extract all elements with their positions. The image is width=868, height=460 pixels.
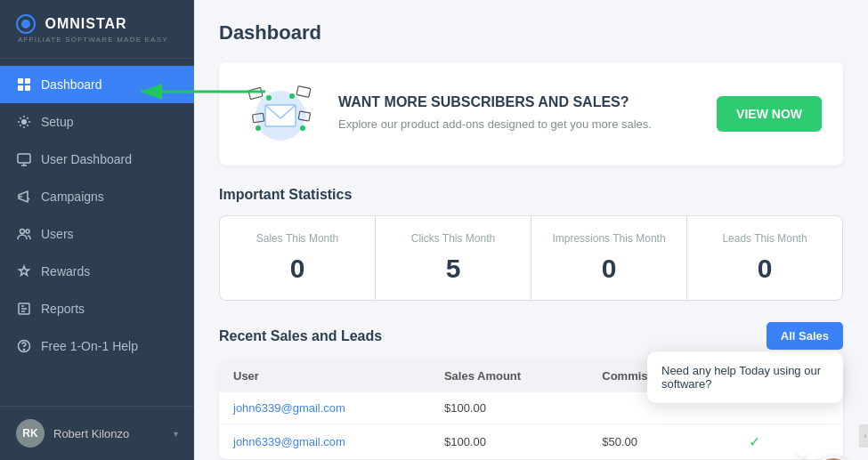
sidebar-item-label: Free 1-On-1 Help bbox=[41, 339, 138, 353]
sidebar-item-label: Campaigns bbox=[41, 190, 104, 204]
svg-point-12 bbox=[23, 349, 24, 350]
sidebar: OMNISTAR AFFILIATE SOFTWARE MADE EASY Da… bbox=[0, 0, 194, 460]
svg-point-22 bbox=[289, 93, 295, 99]
tooltip-text: Need any help Today using our software? bbox=[661, 364, 821, 391]
row-commission: $50.00 bbox=[588, 424, 734, 460]
row-sales-amount: $100.00 bbox=[430, 424, 588, 460]
main-content: Dashboard WANT MORE SUBSC bbox=[194, 0, 868, 460]
setup-icon bbox=[16, 114, 32, 130]
stat-clicks: Clicks This Month 5 bbox=[376, 216, 531, 300]
sidebar-item-campaigns[interactable]: Campaigns bbox=[0, 178, 194, 215]
svg-rect-4 bbox=[18, 85, 23, 91]
col-sales-amount: Sales Amount bbox=[430, 360, 588, 392]
banner-illustration bbox=[240, 78, 320, 149]
table-row: john6339@gmail.com $100.00 $50.00 ✓ bbox=[219, 424, 843, 460]
stats-grid: Sales This Month 0 Clicks This Month 5 I… bbox=[219, 215, 843, 301]
stat-leads: Leads This Month 0 bbox=[687, 216, 842, 300]
logo-icon bbox=[16, 14, 36, 34]
campaigns-icon bbox=[16, 189, 32, 205]
sidebar-item-reports[interactable]: Reports bbox=[0, 290, 194, 327]
reports-icon bbox=[16, 301, 32, 317]
dashboard-icon bbox=[16, 77, 32, 93]
stat-sales-label: Sales This Month bbox=[234, 232, 361, 245]
sidebar-item-label: Reports bbox=[41, 302, 85, 316]
col-user: User bbox=[219, 360, 430, 392]
svg-point-9 bbox=[26, 230, 29, 233]
stat-clicks-label: Clicks This Month bbox=[390, 232, 516, 245]
banner-description: Explore our product add-ons designed to … bbox=[338, 116, 699, 133]
row-sales-amount: $100.00 bbox=[430, 392, 588, 424]
sidebar-item-users[interactable]: Users bbox=[0, 215, 194, 253]
svg-rect-2 bbox=[18, 78, 23, 84]
sidebar-item-rewards[interactable]: Rewards bbox=[0, 253, 194, 290]
stat-sales: Sales This Month 0 bbox=[220, 216, 375, 300]
sidebar-item-dashboard[interactable]: Dashboard bbox=[0, 66, 194, 103]
stat-impressions-value: 0 bbox=[546, 254, 672, 284]
recent-sales-header: Recent Sales and Leads All Sales bbox=[219, 322, 843, 350]
sidebar-item-label: Dashboard bbox=[41, 77, 102, 92]
users-icon bbox=[16, 226, 32, 242]
stats-section-title: Important Statistics bbox=[219, 187, 843, 203]
stat-clicks-value: 5 bbox=[390, 254, 516, 284]
svg-point-6 bbox=[21, 119, 27, 125]
sidebar-nav: Dashboard Setup User Dashboard Campaigns bbox=[0, 59, 194, 406]
svg-rect-5 bbox=[25, 85, 30, 91]
svg-rect-18 bbox=[296, 86, 311, 98]
sidebar-footer[interactable]: RK Robert Kilonzo ▾ bbox=[0, 406, 194, 460]
sidebar-item-user-dashboard[interactable]: User Dashboard bbox=[0, 141, 194, 178]
recent-sales-title: Recent Sales and Leads bbox=[219, 328, 382, 344]
banner-text: WANT MORE SUBSCRIBERS AND SALES? Explore… bbox=[338, 94, 699, 133]
sidebar-item-label: Rewards bbox=[41, 264, 90, 278]
user-link[interactable]: john6339@gmail.com bbox=[233, 401, 345, 415]
svg-rect-7 bbox=[18, 154, 30, 163]
svg-point-1 bbox=[21, 20, 30, 28]
sidebar-item-help[interactable]: Free 1-On-1 Help bbox=[0, 327, 194, 365]
stat-impressions-label: Impressions This Month bbox=[546, 232, 672, 245]
stat-leads-value: 0 bbox=[702, 254, 828, 284]
view-now-button[interactable]: VIEW NOW bbox=[717, 96, 822, 132]
stat-sales-value: 0 bbox=[234, 254, 361, 284]
logo-name: OMNISTAR bbox=[45, 16, 126, 31]
tooltip-arrow bbox=[795, 451, 809, 458]
sidebar-item-label: Setup bbox=[41, 115, 74, 129]
help-icon bbox=[16, 338, 32, 354]
page-title: Dashboard bbox=[219, 21, 843, 44]
chevron-down-icon: ▾ bbox=[174, 429, 178, 439]
svg-rect-3 bbox=[25, 78, 30, 84]
sidebar-item-label: Users bbox=[41, 227, 74, 241]
stat-leads-label: Leads This Month bbox=[702, 232, 828, 245]
logo-tagline: AFFILIATE SOFTWARE MADE EASY bbox=[16, 36, 178, 44]
monitor-icon bbox=[16, 151, 32, 167]
expand-icon[interactable]: › bbox=[859, 424, 868, 448]
chat-tooltip: Need any help Today using our software? bbox=[647, 351, 843, 403]
svg-point-23 bbox=[256, 125, 261, 131]
rewards-icon bbox=[16, 263, 32, 279]
svg-rect-17 bbox=[248, 87, 263, 99]
row-user: john6339@gmail.com bbox=[219, 424, 430, 460]
promo-banner: WANT MORE SUBSCRIBERS AND SALES? Explore… bbox=[219, 62, 843, 165]
row-amount: ✓ bbox=[734, 424, 843, 460]
sidebar-logo: OMNISTAR AFFILIATE SOFTWARE MADE EASY bbox=[0, 0, 194, 59]
row-user: john6339@gmail.com bbox=[219, 392, 430, 424]
banner-heading: WANT MORE SUBSCRIBERS AND SALES? bbox=[338, 94, 699, 110]
user-name: Robert Kilonzo bbox=[53, 427, 129, 440]
svg-point-24 bbox=[300, 125, 305, 131]
svg-point-8 bbox=[20, 230, 25, 234]
sidebar-item-setup[interactable]: Setup bbox=[0, 103, 194, 141]
avatar: RK bbox=[16, 419, 45, 448]
stat-impressions: Impressions This Month 0 bbox=[531, 216, 686, 300]
all-sales-button[interactable]: All Sales bbox=[767, 322, 843, 350]
svg-point-21 bbox=[266, 95, 272, 101]
sidebar-item-label: User Dashboard bbox=[41, 152, 132, 166]
user-link[interactable]: john6339@gmail.com bbox=[233, 435, 345, 448]
